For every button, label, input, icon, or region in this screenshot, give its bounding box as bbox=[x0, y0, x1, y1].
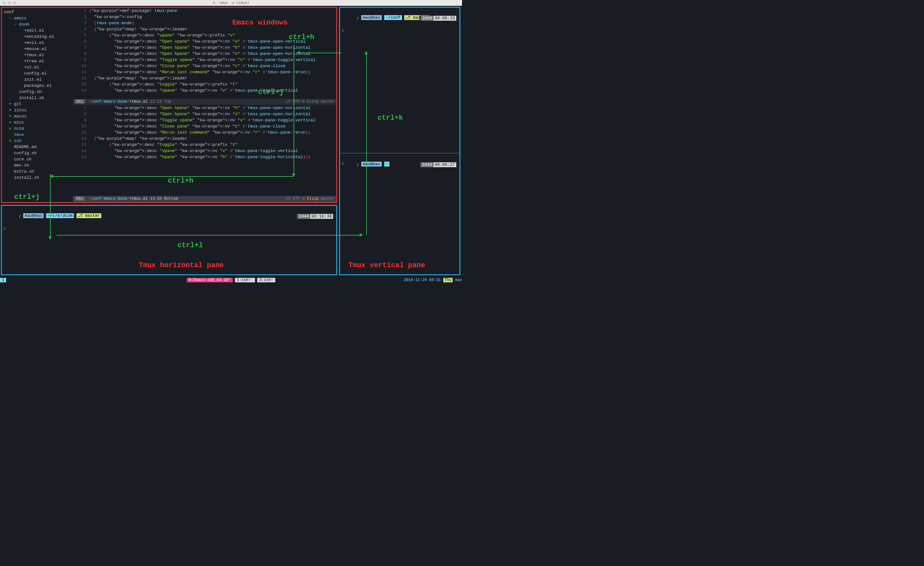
code-body[interactable]: "kw-orange">:desc "Open hpane" "kw-orang… bbox=[89, 105, 336, 202]
tree-file[interactable]: install.sh bbox=[4, 95, 71, 101]
traffic-lights bbox=[3, 1, 16, 5]
tree-file[interactable]: +mouse.el bbox=[4, 46, 71, 52]
emacs-region: conf - emacs - doom +edit.el +encoding.e… bbox=[1, 7, 337, 203]
code-line[interactable]: "kw-orange">:desc "Rerun last command" "… bbox=[89, 69, 336, 75]
code-line[interactable]: "kw-orange">:desc "hpane" "kw-orange">:n… bbox=[89, 154, 336, 160]
tmux-window-tab[interactable]: 3:zsh! bbox=[258, 278, 275, 282]
code-line[interactable]: "kw-orange">:desc "vpane" "kw-orange">:n… bbox=[89, 87, 336, 93]
tree-file[interactable]: extra.sh bbox=[4, 168, 71, 174]
shell-clock: 244408:10:30 bbox=[296, 214, 334, 219]
code-body[interactable]: ("kw-purple">def-package! tmux-pane "kw-… bbox=[89, 8, 336, 105]
minimize-icon[interactable] bbox=[8, 1, 11, 5]
modeline-bottom: 661 ~/conf/emacs/doom/+tmux.el 13:34 Bot… bbox=[73, 196, 336, 202]
code-line[interactable]: "kw-orange">:desc "Rerun last command" "… bbox=[89, 129, 336, 135]
shell-clock: 265908:08:33 bbox=[419, 15, 458, 21]
tree-dir[interactable]: + nvim bbox=[4, 126, 71, 132]
close-icon[interactable] bbox=[3, 1, 6, 5]
window-title: 2. tmux -u (tmux) bbox=[213, 1, 249, 5]
tmux-statusbar: 1 0:Emacs-x86_64-10* 1:zsh!- 3:zsh! 2018… bbox=[0, 277, 462, 283]
tree-file[interactable]: README.md bbox=[4, 144, 71, 150]
code-line[interactable]: "kw-orange">:desc "Close pane" "kw-orang… bbox=[89, 63, 336, 69]
tree-file[interactable]: +edit.el bbox=[4, 27, 71, 33]
tree-file[interactable]: config.sh bbox=[4, 150, 71, 156]
code-line[interactable]: "kw-orange">:desc "Open hpane" "kw-orang… bbox=[89, 111, 336, 117]
zoom-icon[interactable] bbox=[13, 1, 16, 5]
tree-dir[interactable]: + git bbox=[4, 101, 71, 107]
tree-dir[interactable]: + misc bbox=[4, 119, 71, 126]
tree-file[interactable]: init.el bbox=[4, 77, 71, 83]
code-line[interactable]: ("kw-orange">:desc "vpane" "kw-orange">:… bbox=[89, 32, 336, 38]
tree-dir[interactable]: tmux bbox=[4, 132, 71, 138]
tree-dir[interactable]: - doom bbox=[4, 21, 71, 27]
tree-root-label: conf bbox=[4, 9, 71, 15]
window-list[interactable]: 0:Emacs-x86_64-10* 1:zsh!- 3:zsh! bbox=[187, 277, 275, 283]
code-line[interactable]: "kw-orange">:desc "Open vpane" "kw-orang… bbox=[89, 38, 336, 45]
session-indicator[interactable]: 1 bbox=[0, 277, 6, 283]
tmux-horizontal-pane[interactable]: ┌ mao@mao ~/c/e/dcom ⎇ master └ 244408:1… bbox=[1, 205, 337, 275]
file-tree-pane[interactable]: conf - emacs - doom +edit.el +encoding.e… bbox=[2, 8, 73, 202]
code-line[interactable]: ("kw-purple">def-package! tmux-pane bbox=[89, 8, 336, 14]
main-area: conf - emacs - doom +edit.el +encoding.e… bbox=[0, 6, 462, 277]
shell-prompt[interactable]: ┌ mao@mao ~ bbox=[340, 154, 391, 174]
code-line[interactable]: (tmux-pane-mode) bbox=[89, 20, 336, 26]
code-line[interactable]: "kw-orange">:desc "vpane" "kw-orange">:n… bbox=[89, 148, 336, 154]
code-line[interactable]: "kw-orange">:desc "Open hpane" "kw-orang… bbox=[89, 51, 336, 57]
code-pane-bottom[interactable]: 789101112131415 "kw-orange">:desc "Open … bbox=[73, 105, 336, 202]
modeline-top: 661 ~/conf/emacs/doom/+tmux.el 12:14 Top… bbox=[73, 99, 336, 105]
code-line[interactable]: "kw-orange">:desc "Close pane" "kw-orang… bbox=[89, 123, 336, 129]
tmux-vertical-pane[interactable]: ┌ mao@mao ~/conf ⎇ master └ 265908:08:33… bbox=[339, 7, 460, 275]
tree-dir[interactable]: + linux bbox=[4, 107, 71, 113]
tree-file[interactable]: dev.sh bbox=[4, 162, 71, 168]
tree-file[interactable]: +evil.el bbox=[4, 40, 71, 46]
tree-file[interactable]: packages.el bbox=[4, 83, 71, 89]
tree-dir[interactable]: + zsh bbox=[4, 138, 71, 144]
code-line[interactable]: "kw-orange">:desc "Toggle vpane" "kw-ora… bbox=[89, 117, 336, 123]
tmux-window-tab[interactable]: 0:Emacs-x86_64-10* bbox=[187, 278, 232, 282]
code-line[interactable]: ("kw-orange">:desc "toggle" "kw-orange">… bbox=[89, 81, 336, 87]
code-line[interactable]: ("kw-purple">map! "kw-orange">:leader bbox=[89, 135, 336, 142]
code-line[interactable]: ("kw-purple">map! "kw-orange">:leader bbox=[89, 26, 336, 32]
code-line[interactable]: "kw-orange">:desc "Open hpane" "kw-orang… bbox=[89, 45, 336, 51]
code-line[interactable]: "kw-orange">:config bbox=[89, 14, 336, 20]
tree-file[interactable]: install.sh bbox=[4, 174, 71, 181]
tree-dir[interactable]: - emacs bbox=[4, 15, 71, 21]
code-line[interactable]: "kw-orange">:desc "Toggle vpane" "kw-ora… bbox=[89, 57, 336, 63]
tree-dir[interactable]: + macos bbox=[4, 113, 71, 119]
tree-file[interactable]: +encoding.el bbox=[4, 33, 71, 40]
shell-prompt[interactable]: ┌ mao@mao ~/c/e/dcom ⎇ master bbox=[2, 206, 336, 225]
code-line[interactable]: "kw-orange">:desc "Open hpane" "kw-orang… bbox=[89, 105, 336, 111]
code-pane-top[interactable]: 1234567891011121314 ("kw-purple">def-pac… bbox=[73, 8, 336, 105]
code-line[interactable]: ("kw-purple">map! "kw-orange">:leader bbox=[89, 75, 336, 81]
gutter: 789101112131415 bbox=[73, 105, 89, 202]
tmux-window-tab[interactable]: 1:zsh!- bbox=[235, 278, 255, 282]
shell-clock: 244308:08:27 bbox=[419, 162, 458, 168]
statusbar-right: 2018-11-29 08:31 Thu mao bbox=[404, 277, 462, 283]
tree-file[interactable]: +tmux.el bbox=[4, 52, 71, 58]
tree-file[interactable]: core.sh bbox=[4, 156, 71, 162]
code-line[interactable]: ("kw-orange">:desc "toggle" "kw-orange">… bbox=[89, 142, 336, 148]
titlebar: 2. tmux -u (tmux) bbox=[0, 0, 462, 6]
tree-file[interactable]: config.sh bbox=[4, 89, 71, 95]
gutter: 1234567891011121314 bbox=[73, 8, 89, 105]
tree-file[interactable]: +ui.el bbox=[4, 64, 71, 71]
tree-file[interactable]: config.el bbox=[4, 71, 71, 77]
tree-file[interactable]: +tree.el bbox=[4, 58, 71, 64]
